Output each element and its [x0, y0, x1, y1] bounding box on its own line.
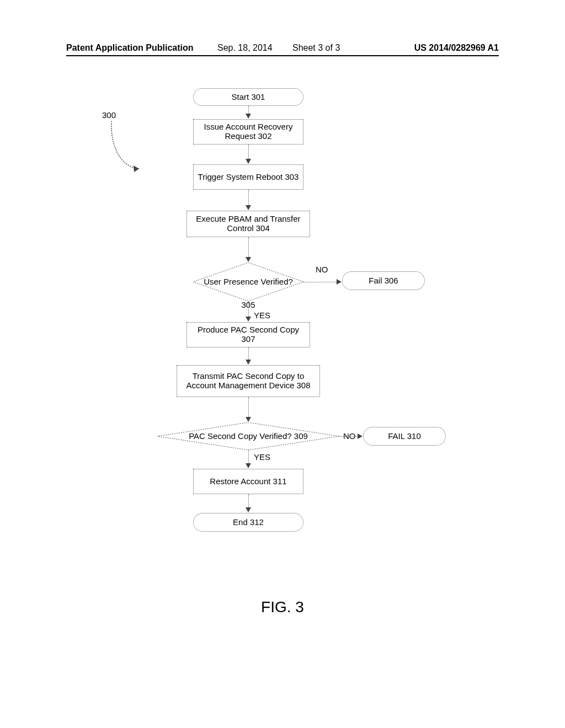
decision-user-presence-label: User Presence Verified?: [193, 277, 303, 287]
arrowhead-icon: [246, 159, 251, 164]
arrow: [248, 190, 249, 206]
process-produce-pac-label: Produce PAC Second Copy 307: [190, 325, 306, 344]
arrowhead-icon: [358, 433, 363, 439]
arrow: [248, 494, 249, 508]
arrowhead-icon: [246, 205, 251, 210]
arrow: [339, 436, 359, 437]
svg-marker-0: [134, 165, 139, 172]
decision-user-presence: User Presence Verified? 305: [193, 263, 303, 301]
terminator-end-label: End 312: [233, 518, 264, 527]
header-date: Sep. 18, 2014: [217, 43, 273, 53]
arrow: [303, 282, 338, 282]
terminator-fail-310: FAIL 310: [363, 427, 446, 446]
arrowhead-icon: [246, 257, 251, 262]
process-execute-pbam: Execute PBAM and Transfer Control 304: [186, 211, 310, 237]
terminator-end: End 312: [193, 513, 303, 532]
arrow: [248, 144, 249, 160]
terminator-start-label: Start 301: [232, 93, 265, 102]
process-trigger-reboot-label: Trigger System Reboot 303: [198, 173, 299, 182]
terminator-fail-306-label: Fail 306: [369, 276, 398, 286]
process-restore-account-label: Restore Account 311: [210, 477, 286, 486]
arrow: [248, 301, 249, 318]
reference-numeral-300: 300: [102, 110, 116, 120]
process-produce-pac: Produce PAC Second Copy 307: [186, 322, 310, 347]
figure-label: FIG. 3: [0, 598, 565, 616]
header-separator: [66, 55, 499, 56]
arrow: [248, 237, 249, 258]
arrowhead-icon: [246, 317, 251, 322]
arrow: [248, 450, 249, 464]
arrow: [248, 397, 249, 418]
header-publication-label: Patent Application Publication: [66, 43, 194, 53]
branch-label-no: NO: [316, 265, 328, 274]
arrowhead-icon: [246, 417, 251, 422]
branch-label-yes: YES: [254, 452, 270, 462]
terminator-fail-306: Fail 306: [342, 271, 425, 290]
process-issue-request: Issue Account Recovery Request 302: [193, 119, 303, 144]
process-execute-pbam-label: Execute PBAM and Transfer Control 304: [190, 215, 306, 233]
arrowhead-icon: [337, 279, 342, 285]
arrowhead-icon: [246, 507, 251, 512]
arrowhead-icon: [246, 114, 251, 119]
branch-label-yes: YES: [254, 311, 270, 320]
terminator-start: Start 301: [193, 88, 303, 106]
process-transmit-pac: Transmit PAC Second Copy to Account Mana…: [177, 365, 320, 397]
process-restore-account: Restore Account 311: [193, 469, 303, 494]
reference-curve-arrow: [105, 120, 149, 175]
terminator-fail-310-label: FAIL 310: [388, 432, 421, 441]
svg-marker-2: [157, 422, 339, 450]
arrowhead-icon: [246, 463, 251, 468]
header-sheet: Sheet 3 of 3: [292, 43, 340, 53]
process-trigger-reboot: Trigger System Reboot 303: [193, 164, 303, 190]
header-pub-number: US 2014/0282969 A1: [414, 43, 499, 53]
svg-marker-1: [193, 263, 303, 301]
process-transmit-pac-label: Transmit PAC Second Copy to Account Mana…: [180, 372, 316, 390]
arrow: [248, 347, 249, 361]
process-issue-request-label: Issue Account Recovery Request 302: [197, 122, 300, 141]
decision-pac-verified-label: PAC Second Copy Verified? 309: [157, 432, 339, 441]
arrowhead-icon: [246, 360, 251, 365]
decision-pac-verified: PAC Second Copy Verified? 309: [157, 422, 339, 450]
